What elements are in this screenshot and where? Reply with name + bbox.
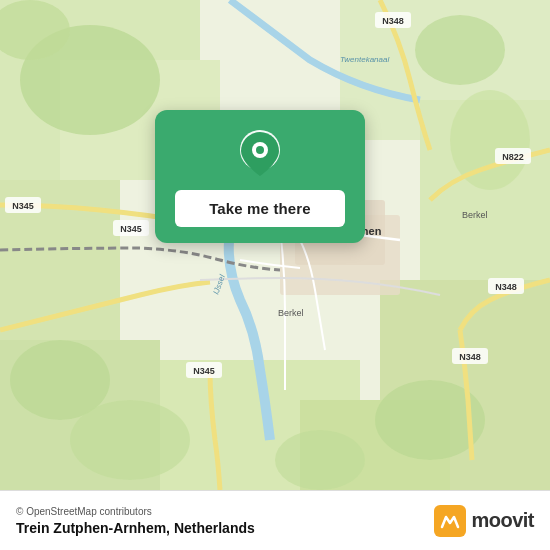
svg-text:N822: N822 [502,152,524,162]
footer-info: © OpenStreetMap contributors Trein Zutph… [16,506,255,536]
svg-text:N345: N345 [12,201,34,211]
moovit-logo: moovit [434,505,534,537]
location-title: Trein Zutphen-Arnhem, Netherlands [16,520,255,536]
footer: © OpenStreetMap contributors Trein Zutph… [0,490,550,550]
svg-text:Berkel: Berkel [278,308,304,318]
svg-point-41 [256,146,264,154]
location-pin-icon [234,128,286,180]
take-me-there-button[interactable]: Take me there [175,190,345,227]
action-card: Take me there [155,110,365,243]
svg-text:Berkel: Berkel [462,210,488,220]
svg-point-13 [70,400,190,480]
svg-text:N348: N348 [495,282,517,292]
svg-text:N348: N348 [382,16,404,26]
copyright-text: © OpenStreetMap contributors [16,506,255,517]
map-container: N348 N822 N345 N345 N345 N348 N348 Twent… [0,0,550,490]
svg-text:N348: N348 [459,352,481,362]
svg-text:N345: N345 [120,224,142,234]
svg-point-17 [275,430,365,490]
moovit-icon [434,505,466,537]
svg-point-14 [415,15,505,85]
moovit-text: moovit [471,509,534,532]
svg-text:Twentekanaal: Twentekanaal [340,55,389,64]
svg-text:N345: N345 [193,366,215,376]
